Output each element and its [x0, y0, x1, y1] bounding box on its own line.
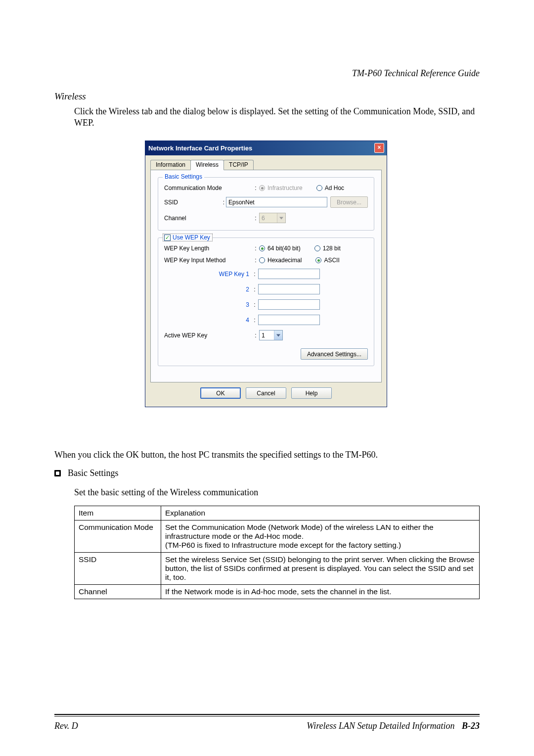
settings-table: Item Explanation Communication Mode Set …: [74, 506, 480, 599]
bullet-basic-settings: Basic Settings: [54, 468, 480, 478]
cancel-button[interactable]: Cancel: [246, 387, 286, 399]
footer-rule: [54, 714, 480, 716]
radio-hex-label: Hexadecimal: [267, 257, 302, 264]
paragraph-ok-transmit: When you click the OK button, the host P…: [54, 450, 480, 460]
use-wep-checkbox[interactable]: ✓ Use WEP Key: [163, 234, 213, 241]
intro-paragraph: Click the Wireless tab and the dialog be…: [74, 106, 480, 129]
radio-adhoc[interactable]: Ad Hoc: [316, 185, 344, 191]
chevron-down-icon: [277, 213, 285, 223]
wep-length-label: WEP Key Length: [164, 245, 252, 252]
radio-hex[interactable]: Hexadecimal: [259, 257, 302, 264]
help-button[interactable]: Help: [291, 387, 332, 399]
footer-page: B-23: [462, 721, 480, 731]
close-icon[interactable]: ×: [374, 143, 384, 153]
title-bar: Network Interface Card Properties ×: [145, 141, 387, 155]
radio-ascii-label: ASCII: [324, 257, 339, 264]
dialog-title: Network Interface Card Properties: [148, 144, 252, 152]
advanced-settings-button[interactable]: Advanced Settings...: [301, 348, 368, 360]
use-wep-label: Use WEP Key: [173, 234, 210, 241]
radio-64bit[interactable]: 64 bit(40 bit): [259, 245, 301, 252]
table-header-row: Item Explanation: [75, 506, 480, 520]
wep-key-2-input[interactable]: [258, 284, 320, 294]
th-explanation: Explanation: [161, 506, 480, 520]
wep-key-4-label: 4: [164, 317, 251, 324]
wep-input-method-label: WEP Key Input Method: [164, 257, 252, 264]
paragraph-basic-desc: Set the basic setting of the Wireless co…: [74, 487, 480, 498]
cell-explanation: If the Network mode is in Ad-hoc mode, s…: [161, 585, 480, 599]
radio-adhoc-label: Ad Hoc: [325, 185, 344, 191]
chevron-down-icon: [274, 331, 282, 340]
ssid-input[interactable]: EpsonNet: [226, 197, 327, 207]
wep-group: ✓ Use WEP Key WEP Key Length : 64 bit(40…: [158, 237, 374, 366]
radio-64bit-label: 64 bit(40 bit): [267, 245, 301, 252]
tab-information[interactable]: Information: [150, 160, 191, 170]
browse-button: Browse...: [330, 196, 368, 208]
footer: Rev. D Wireless LAN Setup Detailed Infor…: [54, 721, 480, 731]
radio-128bit-label: 128 bit: [323, 245, 341, 252]
table-row: Channel If the Network mode is in Ad-hoc…: [75, 585, 480, 599]
cell-explanation: Set the wireless Service Set (SSID) belo…: [161, 553, 480, 585]
cell-explanation: Set the Communication Mode (Network Mode…: [161, 520, 480, 553]
ssid-label: SSID: [164, 199, 222, 206]
table-row: SSID Set the wireless Service Set (SSID)…: [75, 553, 480, 585]
th-item: Item: [75, 506, 161, 520]
basic-settings-group: Basic Settings Communication Mode : Infr…: [158, 177, 374, 231]
active-wep-value: 1: [262, 332, 274, 339]
comm-mode-label: Communication Mode: [164, 185, 252, 191]
radio-128bit[interactable]: 128 bit: [314, 245, 341, 252]
active-wep-label: Active WEP Key: [164, 332, 252, 339]
dialog-screenshot: Network Interface Card Properties × Info…: [145, 141, 387, 407]
channel-value: 6: [262, 215, 277, 222]
wep-key-3-input[interactable]: [258, 299, 320, 310]
bullet-icon: [54, 470, 61, 476]
channel-select: 6: [259, 213, 286, 223]
cell-item: Communication Mode: [75, 520, 161, 553]
radio-infrastructure-label: Infrastructure: [267, 185, 303, 191]
wep-key-2-label: 2: [164, 286, 251, 293]
footer-section: Wireless LAN Setup Detailed Information: [307, 721, 454, 731]
cell-item: SSID: [75, 553, 161, 585]
table-row: Communication Mode Set the Communication…: [75, 520, 480, 553]
wep-key-1-label: WEP Key 1: [164, 271, 251, 278]
doc-title: TM-P60 Technical Reference Guide: [352, 68, 480, 79]
wep-key-1-input[interactable]: [258, 269, 320, 279]
section-heading: Wireless: [54, 91, 86, 102]
radio-infrastructure: Infrastructure: [259, 185, 303, 191]
bullet-label: Basic Settings: [68, 468, 119, 478]
active-wep-select[interactable]: 1: [259, 330, 283, 340]
basic-settings-legend: Basic Settings: [163, 173, 204, 180]
wep-key-4-input[interactable]: [258, 315, 320, 325]
tab-tcpip[interactable]: TCP/IP: [223, 160, 254, 170]
channel-label: Channel: [164, 215, 252, 222]
cell-item: Channel: [75, 585, 161, 599]
colon: :: [252, 185, 259, 191]
wep-key-3-label: 3: [164, 301, 251, 308]
radio-ascii[interactable]: ASCII: [315, 257, 339, 264]
ok-button[interactable]: OK: [200, 387, 241, 399]
tab-wireless[interactable]: Wireless: [190, 160, 224, 170]
checkbox-icon: ✓: [164, 235, 171, 241]
footer-rev: Rev. D: [54, 721, 78, 731]
